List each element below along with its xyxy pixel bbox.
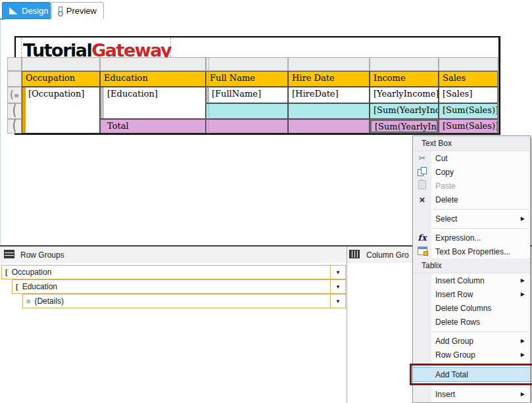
tablix-group-boundary-dotted-line <box>206 57 206 133</box>
submenu-arrow-icon: ▶ <box>521 291 525 297</box>
tablix-group-boundary-dotted-line <box>208 57 209 133</box>
total-label: Total <box>107 121 129 131</box>
group-bracket-icon: [ <box>16 283 18 291</box>
menu-item-row-group[interactable]: Row Group ▶ <box>413 348 530 362</box>
row-handle-total[interactable]: ( <box>7 119 22 133</box>
menu-item-copy[interactable]: Copy <box>413 165 530 179</box>
row-group-label: (Details) <box>34 296 64 306</box>
submenu-arrow-icon: ▶ <box>521 391 525 397</box>
menu-item-textbox-properties[interactable]: Text Box Properties... <box>413 245 530 258</box>
row-group-label: Education <box>22 282 57 291</box>
copy-icon <box>413 167 431 178</box>
chevron-down-icon[interactable]: ▼ <box>330 265 346 279</box>
menu-separator <box>413 206 530 212</box>
submenu-arrow-icon: ▶ <box>521 352 525 358</box>
cell-occupation-field[interactable]: [Occupation] <box>22 87 100 133</box>
column-groups-icon <box>349 250 360 258</box>
cell-total-fullname-empty[interactable] <box>206 119 288 133</box>
header-cell-hiredate[interactable]: Hire Date <box>288 71 370 87</box>
column-handle-occupation[interactable] <box>22 57 100 71</box>
tablix-corner-handle[interactable] <box>7 57 22 71</box>
column-groups-title: Column Gro <box>366 250 409 260</box>
menu-item-label: Delete Columns <box>435 304 491 313</box>
tab-design-label: Design <box>22 6 48 16</box>
menu-item-label: Expression... <box>435 233 481 243</box>
cell-subtotal-hiredate-empty[interactable] <box>288 103 370 119</box>
menu-separator <box>413 362 530 367</box>
row-group-item-occupation[interactable]: [ Occupation ▼ <box>1 265 332 279</box>
education-group-gray-strip <box>101 87 104 118</box>
column-handle-sales[interactable] <box>439 57 498 71</box>
column-handle-education[interactable] <box>100 57 206 71</box>
pane-splitter[interactable] <box>347 247 347 403</box>
tab-preview-label: Preview <box>66 6 97 16</box>
cell-education-field[interactable]: [Education] <box>100 87 206 119</box>
header-cell-occupation[interactable]: Occupation <box>22 71 100 87</box>
field-placeholder: [HireDate] <box>292 89 339 99</box>
header-cell-education[interactable]: Education <box>100 71 206 87</box>
cell-subtotal-sales-sum[interactable]: [Sum(Sales)] <box>439 103 498 119</box>
header-label: Full Name <box>210 73 255 83</box>
cell-total-sales-sum[interactable]: [Sum(Sales)] <box>439 119 498 133</box>
preview-magnifier-icon <box>59 7 62 16</box>
menu-separator <box>413 382 530 387</box>
report-logo-image[interactable]: TutorialGateway <box>23 42 174 57</box>
menu-item-label: Row Group <box>435 350 475 360</box>
menu-header-label: Text Box <box>422 139 452 148</box>
column-handle-fullname[interactable] <box>206 57 288 71</box>
header-cell-sales[interactable]: Sales <box>439 71 498 87</box>
menu-header-label: Tablix <box>422 261 442 270</box>
tab-design[interactable]: Design <box>2 2 51 19</box>
cell-subtotal-fullname-empty[interactable] <box>206 103 288 119</box>
menu-item-insert-column[interactable]: Insert Column ▶ <box>413 273 530 287</box>
ssrs-report-designer: { "tabs": { "design": "Design", "preview… <box>0 0 532 403</box>
column-handle-hiredate[interactable] <box>288 57 370 71</box>
cell-hiredate-field[interactable]: [HireDate] <box>288 87 370 103</box>
cell-sales-field[interactable]: [Sales] <box>439 87 498 103</box>
menu-item-paste-disabled[interactable]: Paste <box>413 179 530 193</box>
menu-item-delete-columns[interactable]: Delete Columns <box>413 301 530 315</box>
logo-text-red: Gateway <box>91 42 171 57</box>
cell-subtotal-income-sum[interactable]: [Sum(YearlyInc <box>370 103 439 119</box>
design-ruler-icon <box>9 7 18 14</box>
menu-item-label: Add Group <box>435 337 473 346</box>
group-bracket-icon: [ <box>5 268 8 276</box>
menu-section-header-textbox: Text Box <box>413 136 530 151</box>
details-icon: ≡ <box>14 92 19 99</box>
header-label: Sales <box>443 73 466 83</box>
menu-item-cut[interactable]: ✂ Cut <box>413 151 530 165</box>
header-cell-fullname[interactable]: Full Name <box>206 71 288 87</box>
menu-item-insert-row[interactable]: Insert Row ▶ <box>413 287 530 301</box>
submenu-arrow-icon: ▶ <box>521 216 525 222</box>
row-group-item-education[interactable]: [ Education ▼ <box>12 279 332 294</box>
menu-item-label: Select <box>435 214 457 224</box>
tab-preview[interactable]: Preview <box>51 2 104 19</box>
cell-total-hiredate-empty[interactable] <box>288 119 370 133</box>
menu-item-add-total-highlighted[interactable]: Add Total <box>413 367 530 382</box>
cell-yearlyincome-field[interactable]: [YearlyIncome] <box>370 87 439 103</box>
menu-item-insert[interactable]: Insert ▶ <box>413 387 530 401</box>
chevron-down-icon[interactable]: ▼ <box>330 294 346 308</box>
menu-item-expression[interactable]: fx Expression... <box>413 231 530 245</box>
chevron-down-icon[interactable]: ▼ <box>330 279 346 294</box>
tabbar-accent-line <box>0 18 5 20</box>
row-group-item-details[interactable]: ≡ (Details) ▼ <box>22 294 332 308</box>
menu-item-add-group[interactable]: Add Group ▶ <box>413 334 530 348</box>
menu-item-label: Add Total <box>435 370 468 379</box>
sum-expression: [Sum(YearlyInc <box>374 105 439 115</box>
menu-item-label: Cut <box>435 154 448 163</box>
column-handle-income[interactable] <box>370 57 439 71</box>
row-handle-header[interactable] <box>7 71 22 87</box>
menu-item-select[interactable]: Select ▶ <box>413 212 530 225</box>
header-label: Income <box>374 73 406 83</box>
menu-item-delete[interactable]: × Delete <box>413 193 530 206</box>
menu-item-label: Insert Row <box>435 290 473 299</box>
header-cell-income[interactable]: Income <box>370 71 439 87</box>
field-placeholder: [FullName] <box>212 89 261 99</box>
cell-fullname-field[interactable]: [FullName] <box>206 87 288 103</box>
row-groups-title: Row Groups <box>20 250 64 260</box>
cell-total-income-sum-selected[interactable]: [Sum(YearlyInc <box>370 119 439 133</box>
cell-total-label[interactable]: Total <box>100 119 206 133</box>
menu-item-delete-rows[interactable]: Delete Rows <box>413 315 530 329</box>
row-handle-details[interactable]: (≡ <box>7 87 22 103</box>
